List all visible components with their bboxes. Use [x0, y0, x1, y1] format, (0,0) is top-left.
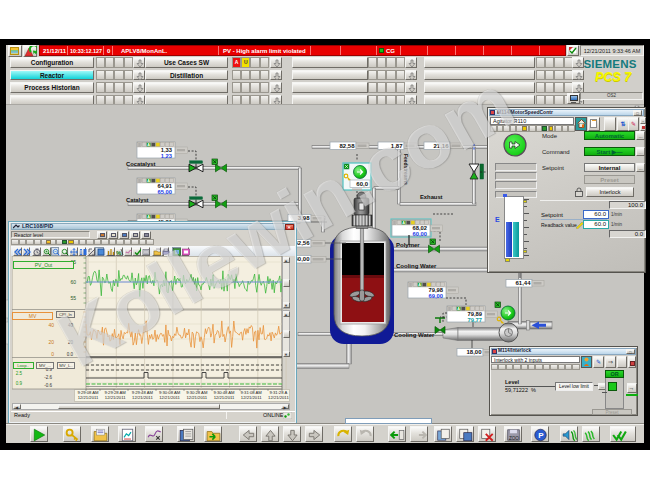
svg-text:A: A [418, 283, 421, 287]
svg-text:40: 40 [68, 323, 74, 328]
svg-text:ZOO: ZOO [509, 436, 519, 441]
svg-text:3,98: 3,98 [298, 215, 310, 221]
svg-text:20: 20 [48, 339, 54, 345]
svg-text:1,23: 1,23 [161, 153, 173, 159]
svg-text:82,58: 82,58 [339, 143, 355, 149]
svg-text:65,00: 65,00 [157, 189, 172, 195]
svg-text:0.9: 0.9 [16, 381, 23, 386]
svg-text:61,44: 61,44 [515, 280, 531, 286]
svg-text:Cocatalyst: Cocatalyst [126, 161, 155, 167]
svg-text:1,87: 1,87 [391, 143, 403, 149]
svg-text:20: 20 [68, 340, 74, 345]
svg-text:40: 40 [48, 322, 54, 328]
svg-text:A: A [457, 307, 460, 311]
svg-text:69,00: 69,00 [428, 293, 443, 299]
svg-text:Cooling Water: Cooling Water [394, 332, 435, 338]
svg-text:-0.6: -0.6 [44, 383, 52, 388]
svg-text:60: 60 [70, 279, 76, 285]
svg-text:79,77: 79,77 [467, 317, 482, 323]
svg-text:60,0: 60,0 [356, 181, 368, 187]
svg-text:A: A [147, 215, 150, 219]
svg-text:0: 0 [51, 351, 54, 357]
svg-text:2.5: 2.5 [16, 371, 23, 376]
svg-text:Polymer: Polymer [396, 242, 420, 248]
svg-text:Feedstreams: Feedstreams [403, 154, 409, 185]
svg-text:P: P [538, 431, 544, 440]
svg-text:21,16: 21,16 [433, 143, 449, 149]
svg-text:60,00: 60,00 [412, 231, 427, 237]
svg-text:A: A [147, 179, 150, 183]
svg-text:18,00: 18,00 [466, 349, 482, 355]
svg-text:A: A [147, 143, 150, 147]
svg-text:A: A [402, 221, 405, 225]
svg-text:0.0: 0.0 [67, 352, 74, 357]
svg-text:-2.6: -2.6 [44, 375, 52, 380]
svg-text:Catalyst: Catalyst [126, 197, 149, 203]
svg-text:Exhaust: Exhaust [420, 194, 443, 200]
svg-text:Cooling Water: Cooling Water [396, 263, 437, 269]
svg-text:55: 55 [70, 295, 76, 301]
